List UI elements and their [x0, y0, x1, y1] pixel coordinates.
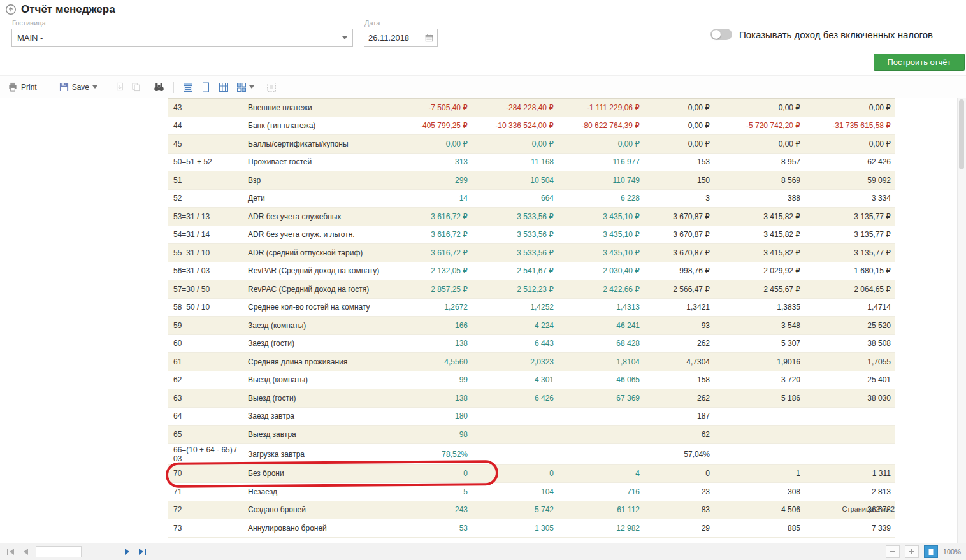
- table-row: 52 Дети 14 664 6 228 3 388 3 334: [168, 189, 895, 208]
- row-value-4: 1,3421: [644, 298, 714, 317]
- row-value-6: 25 520: [804, 317, 895, 335]
- scrollbar-thumb[interactable]: [959, 99, 964, 169]
- row-value-4: 3 670,87 ₽: [644, 244, 714, 262]
- row-value-1: 138: [405, 334, 472, 353]
- date-input[interactable]: 26.11.2018: [364, 29, 438, 47]
- view-grid-button[interactable]: [216, 80, 231, 94]
- row-value-1: 2 857,25 ₽: [405, 280, 472, 299]
- row-number: 70: [168, 464, 244, 483]
- row-value-3: -1 111 229,06 ₽: [558, 99, 644, 117]
- row-value-3: 3 435,10 ₽: [558, 244, 644, 262]
- row-value-5: 3 415,82 ₽: [714, 244, 804, 262]
- row-value-1: 3 616,72 ₽: [405, 208, 472, 226]
- row-value-4: 150: [644, 171, 714, 190]
- row-value-5: [714, 426, 804, 444]
- copy-icon[interactable]: [131, 82, 141, 92]
- row-value-4: 29: [644, 519, 714, 538]
- next-page-button[interactable]: [124, 548, 131, 556]
- row-label: Загрузка завтра: [244, 443, 405, 464]
- row-label: Баллы/сертификаты/купоны: [244, 135, 405, 154]
- row-value-1: 5: [405, 483, 472, 501]
- table-row: 60 Заезд (гости) 138 6 443 68 428 262 5 …: [168, 334, 895, 353]
- row-value-1: 180: [405, 407, 472, 426]
- export-icon[interactable]: [115, 82, 125, 92]
- row-number: 51: [168, 171, 244, 190]
- row-value-5: 0,00 ₽: [714, 99, 804, 117]
- row-value-6: 1,4714: [804, 298, 895, 317]
- row-number: 50=51 + 52: [168, 153, 244, 171]
- tax-toggle[interactable]: [710, 29, 732, 40]
- table-row: 63 Выезд (гости) 138 6 426 67 369 262 5 …: [168, 389, 895, 408]
- table-row: 64 Заезд завтра 180 187: [168, 407, 895, 426]
- table-row: 45 Баллы/сертификаты/купоны 0,00 ₽ 0,00 …: [168, 135, 895, 154]
- row-value-6: 7 339: [804, 519, 895, 538]
- table-row: 66=(10 + 64 - 65) / 03 Загрузка завтра 7…: [168, 443, 895, 464]
- row-number: 65: [168, 426, 244, 444]
- row-value-2: 1 305: [472, 519, 558, 538]
- row-value-1: 78,52%: [405, 443, 472, 464]
- row-value-4: 3 670,87 ₽: [644, 208, 714, 226]
- row-value-4: 2 566,47 ₽: [644, 280, 714, 299]
- row-value-1: 98: [405, 426, 472, 444]
- vertical-scrollbar[interactable]: [957, 98, 966, 543]
- hotel-select-value: MAIN -: [17, 33, 342, 43]
- previous-page-button[interactable]: [22, 548, 29, 556]
- row-value-4: 158: [644, 371, 714, 389]
- row-value-3: 2 422,66 ₽: [558, 280, 644, 299]
- row-value-6: 3 135,77 ₽: [804, 208, 895, 226]
- row-label: Банк (тип платежа): [244, 117, 405, 135]
- row-value-4: 3: [644, 189, 714, 208]
- view-table-button[interactable]: [234, 80, 256, 94]
- row-value-2: 10 504: [472, 171, 558, 190]
- page-number-box[interactable]: [36, 546, 82, 557]
- report-table-body: 43 Внешние платежи -7 505,40 ₽ -284 228,…: [168, 99, 895, 538]
- table-row: 58=50 / 10 Среднее кол-во гостей на комн…: [168, 298, 895, 317]
- fit-page-button[interactable]: [924, 545, 938, 558]
- zoom-out-button[interactable]: [886, 545, 900, 558]
- zoom-in-button[interactable]: [905, 545, 919, 558]
- hotel-select[interactable]: MAIN -: [11, 29, 353, 47]
- page-setup-button[interactable]: [264, 80, 278, 94]
- row-number: 73: [168, 519, 244, 538]
- row-value-2: 0,00 ₽: [472, 135, 558, 154]
- calendar-icon[interactable]: [425, 34, 433, 42]
- view-continuous-button[interactable]: [180, 80, 195, 94]
- row-value-2: 4 224: [472, 317, 558, 335]
- row-value-5: 2 029,92 ₽: [714, 262, 804, 280]
- row-value-1: -405 799,25 ₽: [405, 117, 472, 135]
- row-value-4: 0,00 ₽: [644, 117, 714, 135]
- search-button[interactable]: [151, 80, 167, 94]
- row-label: Заезд завтра: [244, 407, 405, 426]
- row-value-5: 5 307: [714, 334, 804, 353]
- build-report-button[interactable]: Построить отчёт: [874, 54, 965, 71]
- row-value-4: 0,00 ₽: [644, 135, 714, 154]
- report-table: 43 Внешние платежи -7 505,40 ₽ -284 228,…: [168, 98, 895, 538]
- print-button[interactable]: Print: [5, 80, 40, 94]
- row-value-3: 0,00 ₽: [558, 135, 644, 154]
- first-page-button[interactable]: [6, 548, 15, 556]
- row-value-1: 14: [405, 189, 472, 208]
- table-row: 51 Взр 299 10 504 110 749 150 8 569 59 0…: [168, 171, 895, 190]
- row-value-3: -80 622 764,39 ₽: [558, 117, 644, 135]
- panel-divider: [147, 98, 147, 543]
- view-single-page-button[interactable]: [198, 80, 213, 94]
- last-page-button[interactable]: [138, 548, 147, 556]
- table-row: 59 Заезд (комнаты) 166 4 224 46 241 93 3…: [168, 317, 895, 335]
- binoculars-icon: [154, 82, 164, 92]
- save-button[interactable]: Save: [57, 80, 100, 94]
- row-value-6: [804, 443, 895, 464]
- row-value-2: 104: [472, 483, 558, 501]
- row-value-2: 2 541,67 ₽: [472, 262, 558, 280]
- row-label: Незаезд: [244, 483, 405, 501]
- row-label: Заезд (гости): [244, 334, 405, 353]
- row-value-2: -284 228,40 ₽: [472, 99, 558, 117]
- row-value-2: 6 443: [472, 334, 558, 353]
- row-value-4: 0,00 ₽: [644, 99, 714, 117]
- row-value-6: 0,00 ₽: [804, 99, 895, 117]
- row-value-5: 2 455,67 ₽: [714, 280, 804, 299]
- row-value-5: 1,3835: [714, 298, 804, 317]
- row-value-4: 62: [644, 426, 714, 444]
- chevron-down-icon: [249, 85, 254, 89]
- row-number: 54=31 / 14: [168, 226, 244, 244]
- table-row: 54=31 / 14 ADR без учета служ. и льготн.…: [168, 226, 895, 244]
